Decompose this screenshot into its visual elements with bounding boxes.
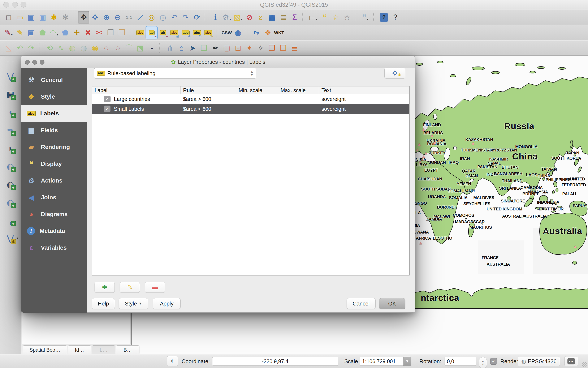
zoom-to-selection[interactable]: ◎ — [146, 11, 157, 24]
delete-ring[interactable]: ◌ — [101, 42, 112, 54]
combo-stepper-icon[interactable]: ▲▼ — [248, 68, 256, 78]
rotate-feature[interactable]: ⟲ — [44, 42, 55, 54]
column-header-min-scale[interactable]: Min. scale — [236, 86, 278, 94]
rule-checkbox[interactable]: ✓ — [104, 96, 110, 102]
add-postgis-layer[interactable]: ◖+ — [4, 103, 17, 121]
add-delimited-text-layer[interactable]: ,+ — [4, 212, 17, 230]
magic-wand[interactable]: ✧ — [255, 42, 266, 54]
rules-table-header[interactable]: LabelRuleMin. scaleMax. scaleText — [92, 86, 409, 94]
move-label[interactable]: abc➜ — [180, 27, 191, 39]
open-attribute-table[interactable]: ▦ — [266, 11, 278, 24]
identify-features[interactable]: ℹ — [210, 11, 221, 24]
sidebar-item-style[interactable]: ❖Style — [21, 88, 87, 105]
add-ring[interactable]: ◍ — [67, 42, 78, 54]
add-raster-layer[interactable]: ▦+ — [4, 85, 17, 103]
rule-checkbox[interactable]: ✓ — [104, 106, 110, 112]
labeling-mode-select[interactable]: abc Rule-based labeling ▲▼ — [94, 68, 256, 79]
dock-tab-id[interactable]: Id… — [68, 345, 91, 355]
add-wms-service[interactable]: ◍ — [232, 27, 244, 39]
map-view[interactable]: RussiaChinaAustraliantarcticaFINLANDBELA… — [415, 56, 588, 313]
maximize-window-button[interactable] — [20, 2, 27, 8]
composer-manager[interactable]: ✻ — [60, 11, 71, 24]
move-feature[interactable]: ⬟ — [60, 27, 71, 39]
simplify-feature[interactable]: ∿ — [55, 42, 67, 54]
resize-grip[interactable] — [582, 362, 587, 367]
georeferencer[interactable]: ❏ — [198, 42, 210, 54]
coordinate-input[interactable] — [212, 357, 338, 366]
column-header-rule[interactable]: Rule — [181, 86, 236, 94]
toggle-editing[interactable]: ✎ — [14, 27, 26, 39]
rotation-stepper[interactable]: ▲▼ — [479, 356, 487, 368]
add-oracle-layer[interactable]: ◍+ — [4, 157, 17, 175]
add-spatialite-layer[interactable]: ✒+ — [4, 121, 17, 139]
map-tips[interactable]: ❝ — [319, 11, 330, 24]
edit-rule-button[interactable]: ✎ — [120, 282, 140, 293]
sidebar-item-variables[interactable]: εVariables — [21, 239, 87, 256]
dialog-window-controls[interactable] — [25, 60, 45, 65]
show-hide-labels[interactable]: abc◉ — [169, 27, 180, 39]
osm-building[interactable]: ⌂ — [176, 42, 187, 54]
whats-this[interactable]: ? — [390, 11, 401, 24]
add-feature[interactable]: ⬟ — [37, 27, 48, 39]
zoom-to-layer[interactable]: ◎ — [157, 11, 169, 24]
toolbar-drag-handle[interactable] — [6, 62, 15, 64]
copy-features[interactable]: ❐ — [105, 27, 116, 39]
save-layer-edits[interactable]: ▣ — [26, 27, 37, 39]
node-tool[interactable]: ✣ — [71, 27, 82, 39]
show-bookmarks[interactable]: ☆ — [341, 11, 353, 24]
refresh-map[interactable]: ⟳ — [191, 11, 203, 24]
column-header-label[interactable]: Label — [92, 86, 181, 94]
add-layer-group[interactable]: ≣ — [289, 42, 300, 54]
sidebar-item-labels[interactable]: abcLabels — [21, 105, 87, 122]
scale-dropdown-button[interactable]: ▼ — [404, 357, 411, 366]
auto-fill-wand[interactable]: ✦ — [244, 42, 255, 54]
messages-button[interactable]: ••• — [564, 356, 578, 366]
select-features[interactable]: ▧▾ — [232, 11, 244, 24]
show-sum[interactable]: Σ — [289, 11, 300, 24]
style-manager[interactable]: ❖ — [262, 27, 273, 39]
atlas-add[interactable]: ❒ — [278, 42, 289, 54]
highlight-pinned-labels[interactable]: ab● — [157, 27, 169, 39]
rotate-label[interactable]: abc⟳ — [191, 27, 203, 39]
advanced-digitizing[interactable]: ◺ — [3, 42, 14, 54]
add-part[interactable]: ◍ — [78, 42, 89, 54]
pen-tool[interactable]: ✒ — [210, 42, 221, 54]
open-project[interactable]: ▭ — [14, 11, 26, 24]
atlas-export[interactable]: ❒ — [266, 42, 278, 54]
select-extent[interactable]: ▢ — [221, 42, 232, 54]
zoom-in[interactable]: ⊕ — [101, 11, 112, 24]
dialog-minimize-button[interactable] — [32, 60, 37, 65]
split-features[interactable]: ⋔ — [164, 42, 176, 54]
zoom-out[interactable]: ⊖ — [112, 11, 123, 24]
wkt-tool[interactable]: WKT — [273, 27, 285, 39]
add-vector-layer[interactable]: ⋁+ — [4, 67, 17, 85]
redo[interactable]: ↷ — [26, 42, 37, 54]
offset-curve[interactable]: ⌒ — [123, 42, 135, 54]
new-bookmark[interactable]: ☆ — [330, 11, 341, 24]
add-circular-string[interactable]: ◠▾ — [48, 27, 60, 39]
zoom-last[interactable]: ↶ — [169, 11, 180, 24]
paste-features[interactable]: ❒ — [116, 27, 127, 39]
layer-labeling-options[interactable]: abc — [135, 27, 146, 39]
select-by-expression[interactable]: ε — [255, 11, 266, 24]
ok-button[interactable]: OK — [379, 298, 405, 309]
measure-line[interactable]: ⟝▾ — [308, 11, 319, 24]
dialog-close-button[interactable] — [25, 60, 30, 65]
help-button[interactable]: Help — [92, 298, 115, 309]
help-contents[interactable]: ? — [378, 11, 390, 24]
change-label[interactable]: abc✎ — [203, 27, 214, 39]
rules-table-body[interactable]: ✓Large countries$area > 600sovereignt✓Sm… — [92, 94, 409, 114]
render-checkbox[interactable]: ✓ — [490, 358, 497, 364]
add-mssql-layer[interactable]: ◗+ — [4, 139, 17, 157]
column-header-text[interactable]: Text — [319, 86, 409, 94]
rule-row[interactable]: ✓Large countries$area > 600sovereignt — [92, 94, 409, 104]
minimize-window-button[interactable] — [12, 2, 18, 8]
rules-table[interactable]: LabelRuleMin. scaleMax. scaleText ✓Large… — [92, 86, 409, 276]
style-menu-button[interactable]: Style▼ — [119, 298, 148, 309]
cut-features[interactable]: ✂ — [93, 27, 105, 39]
save-project-as[interactable]: ▣ — [37, 11, 48, 24]
rule-row[interactable]: ✓Small Labels$area < 600sovereignt — [92, 104, 409, 114]
new-shapefile-layer[interactable]: ⋁✱▾ — [4, 230, 17, 248]
new-print-composer[interactable]: ✱ — [48, 11, 60, 24]
plugin-rocket[interactable]: ➤ — [187, 42, 198, 54]
